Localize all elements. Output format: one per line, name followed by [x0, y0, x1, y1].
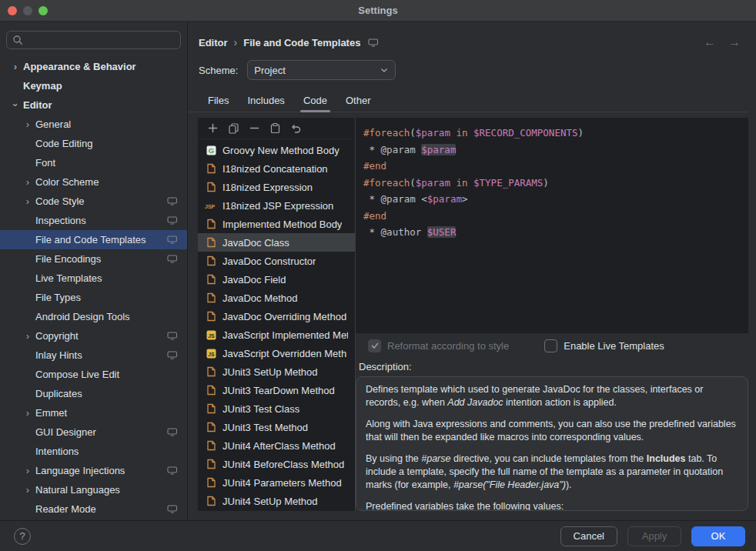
template-item-junit4-beforeclass-method[interactable]: JUnit4 BeforeClass Method [198, 455, 355, 473]
template-item-i18nized-expression[interactable]: I18nized Expression [198, 178, 355, 196]
tab-files[interactable]: Files [199, 89, 238, 112]
sidebar-item-natural-languages[interactable]: ›Natural Languages [0, 480, 187, 499]
zoom-button[interactable] [38, 6, 48, 15]
chevron-collapsed-icon[interactable]: › [22, 119, 34, 129]
search-input[interactable] [6, 31, 181, 49]
tab-code[interactable]: Code [294, 89, 336, 112]
template-item-junit3-teardown-method[interactable]: JUnit3 TearDown Method [198, 381, 355, 399]
sidebar-item-gui-designer[interactable]: GUI Designer [0, 422, 187, 442]
sidebar-item-android-design-tools[interactable]: Android Design Tools [0, 307, 187, 326]
template-item-junit3-test-method[interactable]: JUnit3 Test Method [198, 418, 355, 436]
copy-template-icon[interactable] [228, 122, 239, 134]
template-item-i18nized-concatenation[interactable]: I18nized Concatenation [198, 159, 355, 178]
chevron-collapsed-icon[interactable]: › [9, 62, 22, 72]
close-button[interactable] [8, 6, 17, 15]
sidebar-item-appearance-behavior[interactable]: ›Appearance & Behavior [0, 57, 187, 76]
sidebar-item-file-types[interactable]: File Types [0, 288, 187, 307]
svg-text:JSP: JSP [205, 203, 216, 209]
template-item-junit4-parameters-method[interactable]: JUnit4 Parameters Method [198, 473, 355, 492]
chevron-collapsed-icon[interactable]: › [22, 177, 34, 187]
reformat-checkbox[interactable] [368, 339, 381, 352]
sidebar-item-inlay-hints[interactable]: Inlay Hints [0, 346, 187, 365]
tab-other[interactable]: Other [336, 89, 380, 112]
sidebar-item-font[interactable]: Font [0, 153, 187, 172]
page-title: File and Code Templates [243, 37, 360, 48]
sidebar-item-color-scheme[interactable]: ›Color Scheme [0, 172, 187, 192]
sidebar-item-code-style[interactable]: ›Code Style [0, 192, 187, 211]
template-item-junit4-afterclass-method[interactable]: JUnit4 AfterClass Method [198, 436, 355, 455]
chevron-expanded-icon[interactable]: › [11, 99, 21, 112]
sidebar-item-live-templates[interactable]: Live Templates [0, 269, 187, 288]
code-line: #end [363, 158, 742, 175]
template-item-junit3-test-class[interactable]: JUnit3 Test Class [198, 399, 355, 418]
sidebar-item-general[interactable]: ›General [0, 115, 187, 134]
breadcrumb-editor[interactable]: Editor [199, 37, 228, 48]
description-panel[interactable]: Defines template which used to generate … [356, 376, 748, 511]
template-item-junit3-setup-method[interactable]: JUnit3 SetUp Method [198, 362, 355, 381]
apply-button[interactable]: Apply [627, 526, 681, 546]
template-item-junit4-setup-method[interactable]: JUnit4 SetUp Method [198, 492, 355, 510]
chevron-collapsed-icon[interactable]: › [22, 466, 34, 476]
traffic-lights [8, 0, 48, 21]
scheme-dropdown[interactable]: Project [247, 60, 396, 80]
help-button[interactable]: ? [14, 528, 31, 545]
sidebar-item-file-encodings[interactable]: File Encodings [0, 249, 187, 269]
sidebar-item-emmet[interactable]: ›Emmet [0, 403, 187, 422]
template-item-javadoc-class[interactable]: JavaDoc Class [198, 233, 355, 252]
template-code-editor[interactable]: #foreach($param in $RECORD_COMPONENTS) *… [356, 118, 748, 333]
screen-badge-icon [167, 428, 178, 436]
sidebar-item-code-editing[interactable]: Code Editing [0, 134, 187, 153]
sidebar-item-copyright[interactable]: ›Copyright [0, 326, 187, 346]
chevron-collapsed-icon[interactable]: › [22, 408, 34, 418]
settings-tree: ›Appearance & BehaviorKeymap›Editor›Gene… [0, 57, 187, 520]
forward-icon[interactable]: → [728, 35, 741, 49]
template-icon [205, 385, 217, 396]
template-item-javascript-overridden-meth[interactable]: JSJavaScript Overridden Meth [198, 344, 355, 362]
sidebar-item-language-injections[interactable]: ›Language Injections [0, 461, 187, 480]
chevron-collapsed-icon[interactable]: › [22, 485, 34, 495]
add-template-icon[interactable] [207, 122, 219, 134]
sidebar-item-label: GUI Designer [35, 426, 96, 438]
breadcrumb-separator-icon: › [234, 36, 238, 48]
sidebar-item-label: Emmet [35, 407, 67, 419]
template-icon [205, 496, 217, 506]
paste-icon[interactable] [269, 122, 281, 134]
template-item-label: JUnit3 TearDown Method [222, 385, 335, 396]
ok-button[interactable]: OK [691, 526, 745, 546]
template-item-javadoc-method[interactable]: JavaDoc Method [198, 289, 355, 307]
sidebar-item-label: Editor [23, 99, 52, 111]
chevron-collapsed-icon[interactable]: › [22, 196, 34, 206]
template-item-javascript-implemented-met[interactable]: JSJavaScript Implemented Met [198, 326, 355, 344]
sidebar-item-label: Font [35, 157, 55, 169]
sidebar-item-file-and-code-templates[interactable]: File and Code Templates [0, 230, 187, 249]
template-icon [205, 237, 217, 248]
template-item-javadoc-constructor[interactable]: JavaDoc Constructor [198, 252, 355, 270]
template-item-label: JUnit3 Test Class [222, 403, 299, 415]
sidebar-item-intentions[interactable]: Intentions [0, 442, 187, 461]
template-item-javadoc-field[interactable]: JavaDoc Field [198, 270, 355, 289]
scheme-row: Scheme: Project [188, 60, 756, 80]
template-icon [205, 255, 217, 266]
sidebar-item-compose-live-edit[interactable]: Compose Live Edit [0, 365, 187, 384]
sidebar-item-editor[interactable]: ›Editor [0, 95, 187, 115]
tab-includes[interactable]: Includes [238, 89, 293, 112]
template-item-label: I18nized JSP Expression [222, 200, 333, 212]
template-item-label: JavaDoc Constructor [222, 255, 316, 267]
template-item-groovy-new-method-body[interactable]: GGroovy New Method Body [198, 141, 355, 159]
sidebar-item-duplicates[interactable]: Duplicates [0, 384, 187, 403]
back-icon[interactable]: ← [704, 35, 716, 49]
sidebar-item-reader-mode[interactable]: Reader Mode [0, 499, 187, 519]
minimize-button[interactable] [23, 6, 32, 15]
sidebar-item-keymap[interactable]: Keymap [0, 76, 187, 95]
live-templates-checkbox[interactable] [544, 339, 557, 352]
sidebar-item-inspections[interactable]: Inspections [0, 211, 187, 230]
groovy-icon: G [205, 145, 217, 155]
remove-template-icon[interactable] [249, 122, 260, 134]
template-item-javadoc-overriding-method[interactable]: JavaDoc Overriding Method [198, 307, 355, 326]
reset-icon[interactable] [290, 122, 302, 134]
cancel-button[interactable]: Cancel [560, 526, 617, 546]
template-item-i18nized-jsp-expression[interactable]: JSPI18nized JSP Expression [198, 196, 355, 215]
template-item-implemented-method-body[interactable]: Implemented Method Body [198, 215, 355, 233]
chevron-collapsed-icon[interactable]: › [22, 331, 34, 341]
template-options: Reformat according to style Enable Live … [356, 333, 748, 358]
